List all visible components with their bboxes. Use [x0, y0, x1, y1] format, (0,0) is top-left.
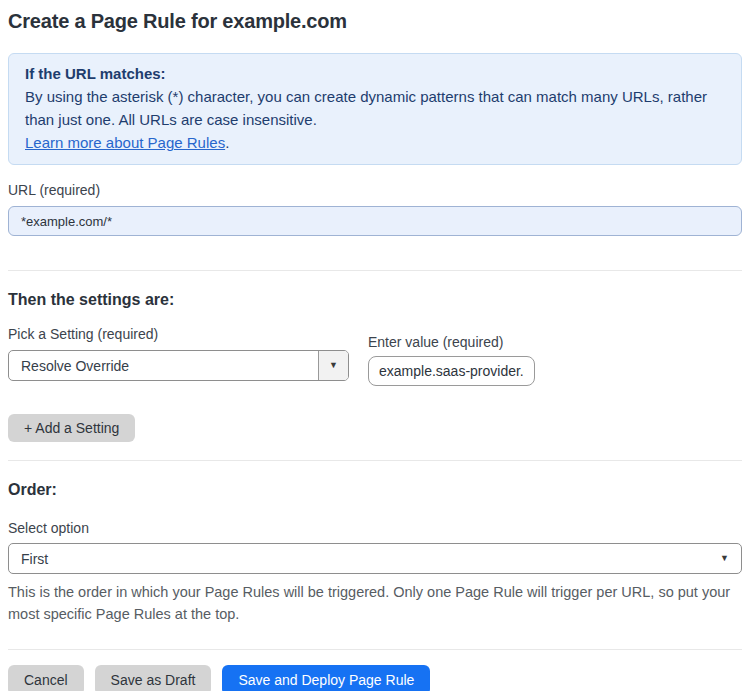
setting-value-input[interactable] — [368, 356, 535, 386]
order-section-heading: Order: — [8, 481, 742, 499]
order-select[interactable]: First ▼ — [8, 543, 742, 574]
page-rule-form: Create a Page Rule for example.com If th… — [0, 0, 750, 691]
info-box-link-line: Learn more about Page Rules. — [25, 131, 725, 154]
order-help-text: This is the order in which your Page Rul… — [8, 581, 734, 625]
save-draft-button[interactable]: Save as Draft — [95, 665, 212, 691]
settings-row: Pick a Setting (required) Resolve Overri… — [8, 309, 742, 386]
cancel-button[interactable]: Cancel — [8, 665, 84, 691]
info-box-heading: If the URL matches: — [25, 62, 725, 85]
order-select-label: Select option — [8, 520, 742, 536]
save-deploy-button[interactable]: Save and Deploy Page Rule — [222, 665, 430, 691]
order-select-value: First — [21, 551, 720, 567]
setting-value-label: Enter value (required) — [368, 334, 535, 350]
setting-select-value: Resolve Override — [9, 351, 318, 380]
chevron-down-icon: ▼ — [329, 361, 338, 370]
add-setting-button[interactable]: + Add a Setting — [8, 414, 135, 442]
setting-value-column: Enter value (required) — [368, 317, 535, 386]
learn-more-link[interactable]: Learn more about Page Rules — [25, 134, 225, 151]
setting-select-arrow-segment[interactable]: ▼ — [318, 351, 348, 380]
setting-select[interactable]: Resolve Override ▼ — [8, 350, 349, 381]
link-period: . — [225, 134, 229, 151]
url-input[interactable] — [8, 206, 742, 236]
url-match-info-box: If the URL matches: By using the asteris… — [8, 53, 742, 165]
url-field-label: URL (required) — [8, 182, 742, 198]
info-box-body: By using the asterisk (*) character, you… — [25, 85, 725, 131]
setting-picker-label: Pick a Setting (required) — [8, 326, 349, 342]
section-divider — [8, 270, 742, 271]
chevron-down-icon: ▼ — [720, 554, 729, 563]
footer-actions: Cancel Save as Draft Save and Deploy Pag… — [8, 665, 742, 691]
section-divider — [8, 460, 742, 461]
page-title: Create a Page Rule for example.com — [8, 0, 742, 33]
settings-section-heading: Then the settings are: — [8, 291, 742, 309]
setting-picker-column: Pick a Setting (required) Resolve Overri… — [8, 309, 349, 381]
footer-divider — [8, 649, 742, 650]
